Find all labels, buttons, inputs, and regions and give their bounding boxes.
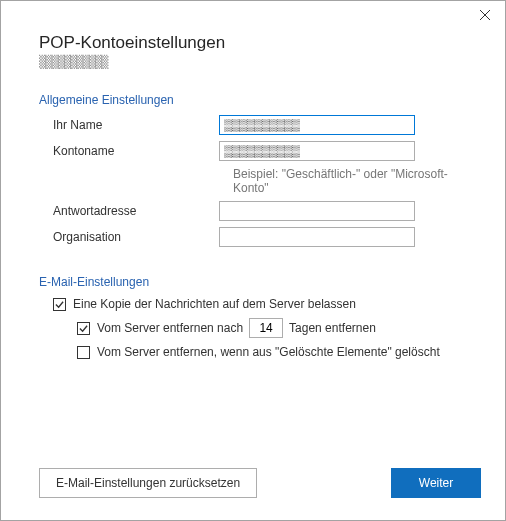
titlebar — [1, 1, 505, 29]
button-bar: E-Mail-Einstellungen zurücksetzen Weiter — [39, 468, 481, 498]
label-org: Organisation — [39, 230, 219, 244]
row-reply: Antwortadresse — [39, 201, 467, 221]
input-org[interactable] — [219, 227, 415, 247]
dialog-subtitle: ▒▒▒▒▒▒▒▒▒▒▒ — [39, 55, 467, 69]
label-name: Ihr Name — [39, 118, 219, 132]
dialog-content: POP-Kontoeinstellungen ▒▒▒▒▒▒▒▒▒▒▒ Allge… — [1, 29, 505, 359]
input-remove-after-days[interactable] — [249, 318, 283, 338]
row-leave-copy: Eine Kopie der Nachrichten auf dem Serve… — [39, 297, 467, 311]
checkbox-leave-copy[interactable] — [53, 298, 66, 311]
row-remove-after: Vom Server entfernen nach Tagen entferne… — [39, 318, 467, 338]
label-reply: Antwortadresse — [39, 204, 219, 218]
dialog-window: POP-Kontoeinstellungen ▒▒▒▒▒▒▒▒▒▒▒ Allge… — [0, 0, 506, 521]
row-account: Kontoname — [39, 141, 467, 161]
section-general-header: Allgemeine Einstellungen — [39, 93, 467, 107]
row-name: Ihr Name — [39, 115, 467, 135]
label-remove-deleted: Vom Server entfernen, wenn aus "Gelöscht… — [97, 345, 440, 359]
row-remove-deleted: Vom Server entfernen, wenn aus "Gelöscht… — [39, 345, 467, 359]
next-button[interactable]: Weiter — [391, 468, 481, 498]
label-remove-after-post: Tagen entfernen — [289, 321, 376, 335]
checkbox-remove-deleted[interactable] — [77, 346, 90, 359]
row-org: Organisation — [39, 227, 467, 247]
input-name[interactable] — [219, 115, 415, 135]
label-remove-after-pre: Vom Server entfernen nach — [97, 321, 243, 335]
input-account[interactable] — [219, 141, 415, 161]
label-leave-copy: Eine Kopie der Nachrichten auf dem Serve… — [73, 297, 356, 311]
close-icon — [480, 10, 490, 20]
label-account: Kontoname — [39, 144, 219, 158]
checkbox-remove-after[interactable] — [77, 322, 90, 335]
input-reply[interactable] — [219, 201, 415, 221]
close-button[interactable] — [465, 1, 505, 29]
account-example-text: Beispiel: "Geschäftlich-" oder "Microsof… — [233, 167, 467, 195]
dialog-title: POP-Kontoeinstellungen — [39, 33, 467, 53]
reset-button[interactable]: E-Mail-Einstellungen zurücksetzen — [39, 468, 257, 498]
section-email-header: E-Mail-Einstellungen — [39, 275, 467, 289]
